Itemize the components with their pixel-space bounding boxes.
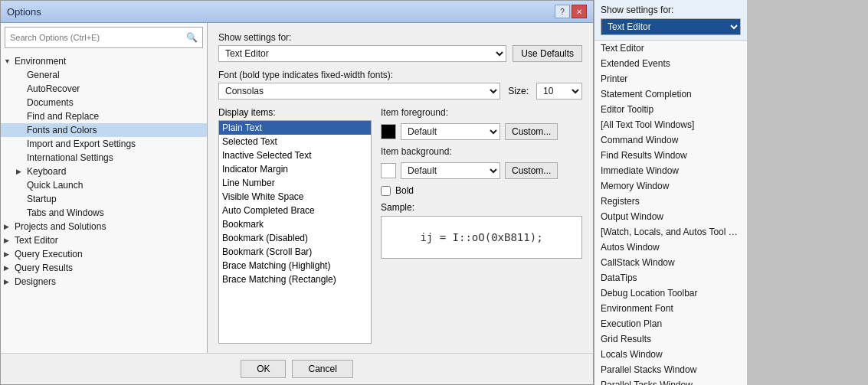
tree-item-designers[interactable]: ▶Designers <box>1 275 207 289</box>
fg-custom-button[interactable]: Custom... <box>505 123 558 140</box>
bg-label: Item background: <box>381 146 582 157</box>
tree-item-startup[interactable]: Startup <box>1 192 207 206</box>
display-list-item[interactable]: Bookmark (Scroll Bar) <box>219 245 371 259</box>
tree-label-query-results: Query Results <box>15 263 73 273</box>
right-list-item[interactable]: Extended Events <box>594 56 747 71</box>
tree-item-import-export[interactable]: Import and Export Settings <box>1 137 207 151</box>
right-list-item[interactable]: [All Text Tool Windows] <box>594 117 747 132</box>
search-input[interactable] <box>10 33 186 42</box>
fg-swatch <box>381 124 396 139</box>
tree-arrow-query-results: ▶ <box>4 264 15 272</box>
right-list[interactable]: Text EditorExtended EventsPrinterStateme… <box>594 41 747 385</box>
search-icon: 🔍 <box>186 32 198 43</box>
right-list-item[interactable]: Registers <box>594 194 747 209</box>
right-list-item[interactable]: Printer <box>594 71 747 86</box>
help-button[interactable]: ? <box>555 5 570 18</box>
display-list-item[interactable]: Inactive Selected Text <box>219 148 371 162</box>
right-list-item[interactable]: Statement Completion <box>594 86 747 102</box>
right-list-item[interactable]: Text Editor <box>594 41 747 56</box>
tree-item-general[interactable]: General <box>1 68 207 82</box>
tree-label-general: General <box>27 70 60 80</box>
tree-item-projects-solutions[interactable]: ▶Projects and Solutions <box>1 220 207 233</box>
bold-checkbox[interactable] <box>381 186 391 196</box>
right-list-item[interactable]: Debug Location Toolbar <box>594 285 747 301</box>
right-list-item[interactable]: Immediate Window <box>594 163 747 178</box>
tree-item-fonts-colors[interactable]: Fonts and Colors <box>1 123 207 137</box>
tree-item-query-execution[interactable]: ▶Query Execution <box>1 247 207 261</box>
right-panel-header-label: Show settings for: <box>601 5 741 15</box>
bg-custom-button[interactable]: Custom... <box>505 162 558 179</box>
display-list-item[interactable]: Plain Text <box>219 121 371 135</box>
bg-swatch <box>381 163 396 178</box>
tree-label-environment: Environment <box>15 56 66 67</box>
right-list-item[interactable]: CallStack Window <box>594 255 747 270</box>
right-list-item[interactable]: Autos Window <box>594 240 747 255</box>
display-list-item[interactable]: Indicator Margin <box>219 162 371 176</box>
font-label: Font (bold type indicates fixed-width fo… <box>218 70 582 80</box>
font-dropdown[interactable]: Consolas <box>218 83 500 100</box>
size-label: Size: <box>508 86 529 96</box>
search-container[interactable]: 🔍 <box>5 27 203 48</box>
right-list-item[interactable]: Command Window <box>594 132 747 148</box>
right-list-item[interactable]: Environment Font <box>594 301 747 316</box>
right-list-item[interactable]: Editor Tooltip <box>594 102 747 117</box>
bg-dropdown[interactable]: Default <box>401 162 500 179</box>
right-list-item[interactable]: Grid Results <box>594 331 747 347</box>
tree-panel: 🔍 ▼EnvironmentGeneralAutoRecoverDocument… <box>1 23 208 353</box>
dialog-body: 🔍 ▼EnvironmentGeneralAutoRecoverDocument… <box>1 23 593 353</box>
tree-item-find-replace[interactable]: Find and Replace <box>1 109 207 123</box>
right-list-item[interactable]: Execution Plan <box>594 316 747 331</box>
right-list-item[interactable]: DataTips <box>594 270 747 285</box>
show-settings-row: Show settings for: Text Editor Use Defau… <box>218 32 582 62</box>
tree-scroll[interactable]: ▼EnvironmentGeneralAutoRecoverDocumentsF… <box>1 52 207 353</box>
dialog-titlebar: Options ? ✕ <box>1 1 593 23</box>
right-list-item[interactable]: Output Window <box>594 209 747 224</box>
use-defaults-button[interactable]: Use Defaults <box>513 45 582 62</box>
tree-container: ▼EnvironmentGeneralAutoRecoverDocumentsF… <box>1 52 207 291</box>
dialog-controls: ? ✕ <box>555 5 587 18</box>
tree-label-international: International Settings <box>27 152 113 163</box>
right-panel-dropdown[interactable]: Text Editor <box>601 18 741 35</box>
size-dropdown[interactable]: 10 <box>536 83 582 100</box>
tree-item-tabs-windows[interactable]: Tabs and Windows <box>1 206 207 220</box>
ok-button[interactable]: OK <box>241 360 286 378</box>
cancel-button[interactable]: Cancel <box>292 360 352 378</box>
tree-item-quick-launch[interactable]: Quick Launch <box>1 178 207 192</box>
display-items-col: Display items: Plain TextSelected TextIn… <box>218 107 372 344</box>
foreground-row: Item foreground: Default Custom... <box>381 107 582 140</box>
tree-arrow-environment: ▼ <box>4 57 15 65</box>
tree-item-autorecover[interactable]: AutoRecover <box>1 82 207 96</box>
display-list-item[interactable]: Selected Text <box>219 135 371 148</box>
right-list-item[interactable]: [Watch, Locals, and Autos Tool Windows] <box>594 224 747 240</box>
tree-item-keyboard[interactable]: ▶Keyboard <box>1 165 207 178</box>
display-list[interactable]: Plain TextSelected TextInactive Selected… <box>218 120 372 344</box>
tree-item-documents[interactable]: Documents <box>1 96 207 109</box>
tree-label-projects-solutions: Projects and Solutions <box>15 221 106 232</box>
tree-item-environment[interactable]: ▼Environment <box>1 54 207 68</box>
right-panel-header: Show settings for: Text Editor <box>594 0 747 41</box>
tree-item-international[interactable]: International Settings <box>1 151 207 165</box>
tree-item-query-results[interactable]: ▶Query Results <box>1 261 207 275</box>
bold-label: Bold <box>395 185 414 196</box>
display-list-item[interactable]: Auto Completed Brace <box>219 204 371 217</box>
tree-label-autorecover: AutoRecover <box>27 83 80 94</box>
fg-dropdown[interactable]: Default <box>401 123 500 140</box>
display-list-item[interactable]: Visible White Space <box>219 190 371 204</box>
right-list-item[interactable]: Locals Window <box>594 347 747 362</box>
display-list-item[interactable]: Bookmark (Disabled) <box>219 231 371 245</box>
right-list-item[interactable]: Find Results Window <box>594 148 747 163</box>
right-list-item[interactable]: Memory Window <box>594 178 747 194</box>
display-list-item[interactable]: Bookmark <box>219 217 371 231</box>
fg-label: Item foreground: <box>381 107 582 118</box>
display-list-item[interactable]: Brace Matching (Highlight) <box>219 259 371 272</box>
dialog-footer: OK Cancel <box>1 353 593 384</box>
tree-item-text-editor[interactable]: ▶Text Editor <box>1 233 207 247</box>
display-list-item[interactable]: Line Number <box>219 176 371 190</box>
bold-row: Bold <box>381 185 582 196</box>
right-list-item[interactable]: Parallel Tasks Window <box>594 377 747 385</box>
tree-arrow-projects-solutions: ▶ <box>4 223 15 230</box>
right-list-item[interactable]: Parallel Stacks Window <box>594 362 747 377</box>
show-settings-dropdown[interactable]: Text Editor <box>218 45 506 62</box>
display-list-item[interactable]: Brace Matching (Rectangle) <box>219 272 371 286</box>
close-button[interactable]: ✕ <box>572 5 587 18</box>
